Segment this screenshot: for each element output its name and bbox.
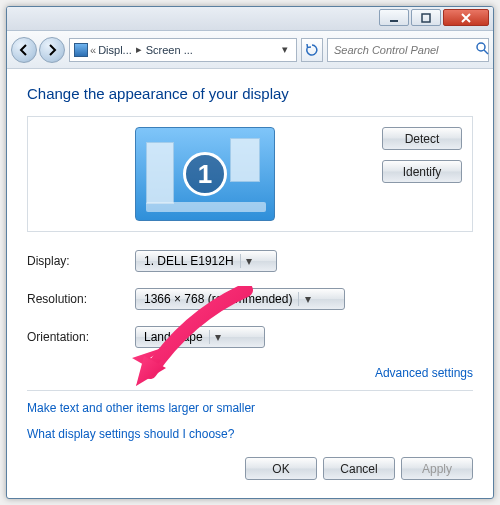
page-title: Change the appearance of your display	[27, 85, 473, 102]
maximize-button[interactable]	[411, 9, 441, 26]
content-pane: Change the appearance of your display 1 …	[7, 69, 493, 490]
refresh-button[interactable]	[301, 38, 323, 62]
minimize-button[interactable]	[379, 9, 409, 26]
chevron-right-icon: ▸	[134, 43, 144, 56]
resolution-label: Resolution:	[27, 292, 135, 306]
monitor-deco	[146, 202, 266, 212]
display-preview-box: 1 Detect Identify	[27, 116, 473, 232]
breadcrumb-dropdown[interactable]: ▾	[278, 43, 292, 56]
orientation-label: Orientation:	[27, 330, 135, 344]
display-form: Display: 1. DELL E1912H ▾ Resolution: 13…	[27, 250, 473, 348]
nav-forward-button[interactable]	[39, 37, 65, 63]
search-box[interactable]	[327, 38, 489, 62]
close-button[interactable]	[443, 9, 489, 26]
monitor-number: 1	[183, 152, 227, 196]
ok-button[interactable]: OK	[245, 457, 317, 480]
navbar: « Displ... ▸ Screen ... ▾	[7, 31, 493, 69]
advanced-settings-link[interactable]: Advanced settings	[375, 366, 473, 380]
chevron-down-icon: ▾	[209, 330, 223, 344]
nav-back-button[interactable]	[11, 37, 37, 63]
breadcrumb-seg-2[interactable]: Screen ...	[146, 44, 193, 56]
separator	[27, 390, 473, 391]
control-panel-icon	[74, 43, 88, 57]
help-link[interactable]: What display settings should I choose?	[27, 427, 473, 441]
display-value: 1. DELL E1912H	[144, 254, 234, 268]
detect-button[interactable]: Detect	[382, 127, 462, 150]
breadcrumb-seg-1[interactable]: Displ...	[98, 44, 132, 56]
search-input[interactable]	[332, 43, 475, 57]
cancel-button[interactable]: Cancel	[323, 457, 395, 480]
resolution-dropdown[interactable]: 1366 × 768 (recommended) ▾	[135, 288, 345, 310]
svg-rect-0	[390, 20, 398, 22]
breadcrumb-prefix: «	[90, 44, 96, 56]
text-size-link[interactable]: Make text and other items larger or smal…	[27, 401, 473, 415]
display-dropdown[interactable]: 1. DELL E1912H ▾	[135, 250, 277, 272]
display-label: Display:	[27, 254, 135, 268]
chevron-down-icon: ▾	[240, 254, 254, 268]
control-panel-window: « Displ... ▸ Screen ... ▾ Change the app…	[6, 6, 494, 499]
search-icon	[475, 41, 489, 58]
svg-rect-1	[422, 14, 430, 22]
svg-point-2	[477, 43, 485, 51]
titlebar	[7, 7, 493, 31]
monitor-thumbnail[interactable]: 1	[135, 127, 275, 221]
orientation-dropdown[interactable]: Landscape ▾	[135, 326, 265, 348]
resolution-value: 1366 × 768 (recommended)	[144, 292, 292, 306]
breadcrumb[interactable]: « Displ... ▸ Screen ... ▾	[69, 38, 297, 62]
monitor-deco	[230, 138, 260, 182]
orientation-value: Landscape	[144, 330, 203, 344]
apply-button[interactable]: Apply	[401, 457, 473, 480]
chevron-down-icon: ▾	[298, 292, 312, 306]
monitor-deco	[146, 142, 174, 204]
identify-button[interactable]: Identify	[382, 160, 462, 183]
